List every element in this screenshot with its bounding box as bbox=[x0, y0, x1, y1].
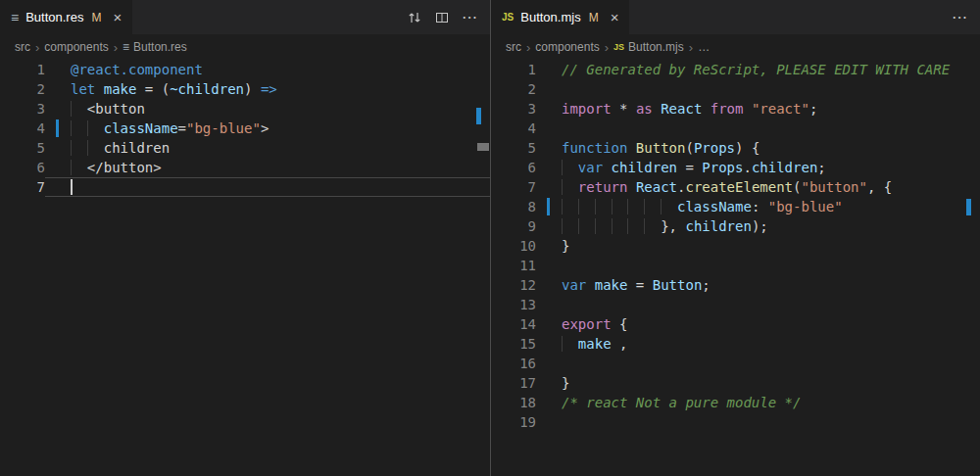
close-icon[interactable]: × bbox=[611, 10, 619, 24]
code-token: } bbox=[562, 238, 569, 254]
line-number[interactable]: 13 bbox=[491, 295, 536, 314]
code-line[interactable]: 3 <button bbox=[0, 99, 490, 119]
breadcrumb-item[interactable]: src bbox=[506, 40, 521, 54]
code-line[interactable]: 1@react.component bbox=[0, 60, 490, 79]
line-number[interactable]: 7 bbox=[0, 177, 45, 197]
code-token: children bbox=[685, 218, 751, 234]
code-line[interactable]: 1// Generated by ReScript, PLEASE EDIT W… bbox=[491, 60, 980, 79]
line-number[interactable]: 4 bbox=[0, 119, 45, 138]
breadcrumb-separator: › bbox=[114, 40, 118, 55]
code-line[interactable]: 6 </button> bbox=[0, 158, 490, 177]
code-token: children bbox=[752, 160, 817, 175]
line-number[interactable]: 17 bbox=[491, 373, 536, 393]
code-token: , { bbox=[867, 179, 892, 195]
code-token: , bbox=[612, 336, 628, 352]
code-line[interactable]: 6 var children = Props.children; bbox=[491, 158, 980, 177]
line-number[interactable]: 6 bbox=[491, 158, 536, 177]
gutter-decoration bbox=[536, 197, 562, 216]
breadcrumb-separator: › bbox=[605, 40, 609, 55]
line-number[interactable]: 3 bbox=[0, 99, 45, 119]
code-line[interactable]: 3import * as React from "react"; bbox=[491, 99, 980, 119]
indent-guide bbox=[612, 218, 628, 234]
breadcrumb: src›components›JSButton.mjs›… bbox=[491, 34, 980, 60]
code-line[interactable]: 10} bbox=[491, 236, 980, 256]
line-number[interactable]: 14 bbox=[491, 314, 536, 334]
more-actions-icon[interactable]: ⋯ bbox=[952, 8, 968, 26]
indent-guide bbox=[71, 101, 87, 117]
breadcrumb-item[interactable]: components bbox=[535, 40, 599, 54]
code-line[interactable]: 15 make , bbox=[491, 334, 980, 354]
code-token: ~children bbox=[170, 81, 244, 97]
overview-ruler-marker bbox=[477, 143, 489, 151]
code-token: ; bbox=[817, 160, 825, 175]
code-line[interactable]: 13 bbox=[491, 295, 980, 314]
line-number[interactable]: 6 bbox=[0, 158, 45, 177]
tab-title: Button.res bbox=[25, 10, 83, 24]
code-line[interactable]: 14export { bbox=[491, 314, 980, 334]
gutter-decoration bbox=[536, 295, 562, 314]
line-number[interactable]: 5 bbox=[491, 138, 536, 158]
line-number[interactable]: 4 bbox=[491, 119, 536, 138]
line-number[interactable]: 2 bbox=[0, 79, 45, 99]
line-number[interactable]: 12 bbox=[491, 275, 536, 295]
line-number[interactable]: 5 bbox=[0, 138, 45, 158]
line-number[interactable]: 3 bbox=[491, 99, 536, 119]
breadcrumb-item[interactable]: components bbox=[44, 40, 108, 54]
line-number[interactable]: 1 bbox=[491, 60, 536, 79]
code-editor-mjs[interactable]: 1// Generated by ReScript, PLEASE EDIT W… bbox=[491, 60, 980, 476]
code-line[interactable]: 2 bbox=[491, 79, 980, 99]
indent-guide bbox=[644, 218, 661, 234]
breadcrumb-item[interactable]: ≡Button.res bbox=[122, 40, 187, 54]
line-number[interactable]: 8 bbox=[491, 197, 536, 216]
code-token: /* react Not a pure module */ bbox=[562, 395, 801, 410]
line-number[interactable]: 7 bbox=[491, 177, 536, 197]
code-line[interactable]: 7 bbox=[0, 177, 490, 197]
more-actions-icon[interactable]: ⋯ bbox=[462, 8, 478, 26]
code-line[interactable]: 12var make = Button; bbox=[491, 275, 980, 295]
line-number[interactable]: 1 bbox=[0, 60, 45, 79]
code-line[interactable]: 5 children bbox=[0, 138, 490, 158]
line-number[interactable]: 16 bbox=[491, 354, 536, 373]
line-number[interactable]: 2 bbox=[491, 79, 536, 99]
line-number[interactable]: 18 bbox=[491, 393, 536, 412]
tab-button-res[interactable]: ≡ Button.res M × bbox=[0, 0, 132, 34]
code-line[interactable]: 11 bbox=[491, 256, 980, 275]
code-line[interactable]: 4 className="bg-blue"> bbox=[0, 119, 490, 138]
open-changes-icon[interactable] bbox=[407, 10, 422, 25]
line-number[interactable]: 10 bbox=[491, 236, 536, 256]
split-editor-icon[interactable] bbox=[434, 10, 450, 25]
breadcrumb-item[interactable]: src bbox=[15, 40, 30, 54]
code-token: createElement bbox=[685, 179, 793, 195]
code-editor-res[interactable]: 1@react.component2let make = (~children)… bbox=[0, 60, 490, 476]
indent-guide bbox=[644, 199, 661, 214]
code-lines: 1@react.component2let make = (~children)… bbox=[0, 60, 490, 197]
breadcrumb-item[interactable]: JSButton.mjs bbox=[613, 40, 684, 54]
line-number[interactable]: 9 bbox=[491, 216, 536, 236]
indent-guide bbox=[627, 218, 644, 234]
breadcrumb-item[interactable]: … bbox=[698, 40, 710, 54]
close-icon[interactable]: × bbox=[113, 10, 122, 24]
breadcrumb: src›components›≡Button.res bbox=[0, 34, 490, 60]
code-token: "react" bbox=[752, 101, 809, 117]
tab-title: Button.mjs bbox=[520, 10, 580, 24]
js-file-icon: JS bbox=[613, 43, 624, 52]
code-line[interactable]: 7 return React.createElement("button", { bbox=[491, 177, 980, 197]
gutter-decoration bbox=[536, 99, 562, 119]
line-number[interactable]: 11 bbox=[491, 256, 536, 275]
code-line[interactable]: 8 className: "bg-blue" bbox=[491, 197, 980, 216]
code-line[interactable]: 17} bbox=[491, 373, 980, 393]
res-file-icon: ≡ bbox=[11, 11, 19, 24]
code-line[interactable]: 5function Button(Props) { bbox=[491, 138, 980, 158]
gutter-decoration bbox=[536, 393, 562, 412]
line-number[interactable]: 19 bbox=[491, 412, 536, 432]
tab-button-mjs[interactable]: JS Button.mjs M × bbox=[491, 0, 629, 34]
code-line[interactable]: 2let make = (~children) => bbox=[0, 79, 490, 99]
code-token: var bbox=[562, 277, 595, 293]
indent-guide bbox=[71, 120, 87, 136]
code-line[interactable]: 19 bbox=[491, 412, 980, 432]
code-line[interactable]: 9 }, children); bbox=[491, 216, 980, 236]
code-line[interactable]: 16 bbox=[491, 354, 980, 373]
code-line[interactable]: 4 bbox=[491, 119, 980, 138]
line-number[interactable]: 15 bbox=[491, 334, 536, 354]
code-line[interactable]: 18/* react Not a pure module */ bbox=[491, 393, 980, 412]
